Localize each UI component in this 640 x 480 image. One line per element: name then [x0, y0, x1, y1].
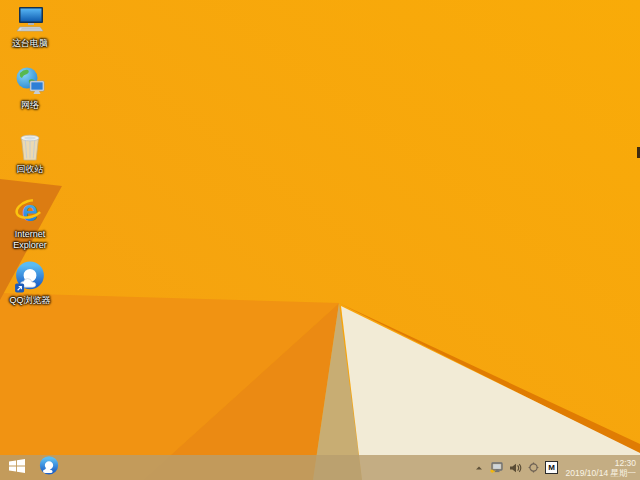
desktop-icon-label: 网络: [21, 100, 39, 111]
desktop-icon-label: Internet Explorer: [2, 229, 58, 250]
globe-monitor-icon: [14, 66, 46, 98]
desktop-icon-internet-explorer[interactable]: e Internet Explorer: [2, 195, 58, 250]
windows-flag-icon: [9, 459, 25, 477]
clock-time: 12:30: [615, 458, 636, 468]
computer-icon: [14, 4, 46, 36]
desktop-icon-this-pc[interactable]: 这台电脑: [2, 4, 58, 49]
taskbar: M 12:30 2019/10/14 星期一: [0, 455, 640, 480]
input-method-badge[interactable]: M: [545, 461, 558, 474]
network-warning-icon[interactable]: [489, 462, 503, 474]
start-button[interactable]: [0, 455, 34, 480]
ie-e-icon: e: [14, 195, 46, 227]
system-tray: M 12:30 2019/10/14 星期一: [475, 458, 640, 478]
volume-icon[interactable]: [509, 463, 522, 473]
desktop-icon-recycle-bin[interactable]: 回收站: [2, 130, 58, 175]
qq-ring-cloud-icon: [14, 261, 46, 293]
qq-ring-cloud-icon: [39, 456, 59, 480]
trash-bin-icon: [14, 130, 46, 162]
chevron-up-icon[interactable]: [475, 464, 483, 472]
compass-circle-icon[interactable]: [528, 462, 539, 473]
desktop-icon-label: 这台电脑: [12, 38, 48, 49]
desktop-icon-qq-browser[interactable]: QQ浏览器: [2, 261, 58, 306]
desktop-icon-network[interactable]: 网络: [2, 66, 58, 111]
clock-date: 2019/10/14 星期一: [566, 468, 636, 478]
taskbar-clock[interactable]: 12:30 2019/10/14 星期一: [564, 458, 636, 478]
desktop-icon-label: 回收站: [17, 164, 44, 175]
wallpaper: [0, 0, 640, 480]
desktop-icon-label: QQ浏览器: [9, 295, 50, 306]
taskbar-item-qq-browser[interactable]: [34, 455, 64, 480]
